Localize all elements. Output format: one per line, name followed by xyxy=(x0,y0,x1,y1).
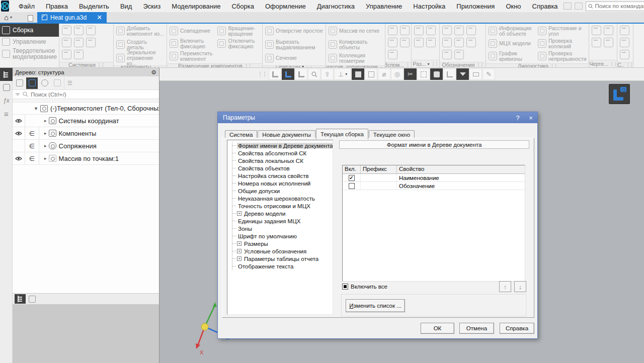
grip-icon[interactable]: ⋮⋮ xyxy=(244,63,251,67)
start-page-button[interactable] xyxy=(25,14,35,23)
menu-modeling[interactable]: Моделирование xyxy=(166,1,226,12)
settings-item-new-versions[interactable]: Номера новых исполнений xyxy=(232,179,333,187)
simple-hole-button[interactable]: Отверстие простое xyxy=(264,25,324,37)
open-doc-icon[interactable] xyxy=(74,26,84,35)
spec-edit-icon[interactable] xyxy=(620,50,629,59)
zoom-fit-button[interactable]: ⇧ xyxy=(321,68,334,80)
geometry-collection-button[interactable]: Коллекция геометрии xyxy=(328,52,383,64)
designation-6-icon[interactable] xyxy=(466,38,476,47)
designation-5-icon[interactable] xyxy=(454,38,464,47)
designation-4-icon[interactable] xyxy=(442,38,452,47)
settings-item-default-font[interactable]: Шрифт по умолчанию xyxy=(232,232,333,240)
chevron-down-icon[interactable]: ▾ xyxy=(427,62,429,66)
viewport[interactable]: ⋮⋮ ⇧ ⊥▾ ø ◎ ✂ ✎ Y xyxy=(159,68,644,363)
menu-file[interactable]: Файл xyxy=(13,1,40,12)
mirror-component-button[interactable]: Зеркальное отражение ко... xyxy=(115,52,165,64)
hide-surfaces-button[interactable]: ◎ xyxy=(391,68,404,80)
tree-view-composition-button[interactable] xyxy=(26,77,38,89)
expand-plus-icon[interactable]: + xyxy=(237,241,242,246)
grip-icon[interactable]: ⋮⋮ xyxy=(431,61,438,66)
zoom-area-button[interactable] xyxy=(308,68,320,80)
footer-tree-tab[interactable] xyxy=(15,294,26,304)
grip-icon[interactable]: ⋮⋮ xyxy=(406,62,411,67)
expand-plus-icon[interactable]: + xyxy=(237,249,242,253)
aux-plane-icon[interactable] xyxy=(388,26,397,35)
shaded-display-button[interactable] xyxy=(352,68,364,80)
mode-solid-modeling[interactable]: Твердотельное моделирование xyxy=(0,47,59,61)
grip-icon[interactable]: ⋮⋮ xyxy=(305,65,312,67)
continuity-check-button[interactable]: Проверка непрерывности xyxy=(537,50,587,62)
wireframe-display-button[interactable] xyxy=(365,68,377,80)
menu-management[interactable]: Управление xyxy=(360,1,408,12)
grip-icon[interactable]: ⋮⋮ xyxy=(550,63,557,67)
filter-objects-button[interactable] xyxy=(456,68,469,80)
new-doc-icon[interactable] xyxy=(62,26,71,35)
settings-item-accuracy[interactable]: Точность отрисовки и МЦХ xyxy=(232,202,333,210)
orientation-custom-button[interactable] xyxy=(295,68,307,80)
undo-icon[interactable] xyxy=(62,50,71,59)
distance-angle-button[interactable]: Расстояние и угол xyxy=(537,25,587,37)
eye-icon[interactable] xyxy=(15,156,22,161)
gear-icon[interactable]: ⚙ xyxy=(151,69,156,76)
tree-search-input[interactable] xyxy=(31,92,156,98)
save-as-icon[interactable] xyxy=(86,38,96,47)
designation-3-icon[interactable] xyxy=(466,26,476,35)
spec-panel-tab[interactable] xyxy=(0,81,13,94)
clip-box-button[interactable] xyxy=(417,68,430,80)
menu-applications[interactable]: Приложения xyxy=(451,1,500,12)
window-layout-icon[interactable] xyxy=(564,3,572,10)
aux-point-icon[interactable] xyxy=(388,38,397,47)
menu-assembly[interactable]: Сборка xyxy=(226,1,260,12)
mode-assembly[interactable]: Сборка xyxy=(0,24,59,37)
dialog-close-button[interactable]: × xyxy=(524,113,537,122)
tree-item-mates[interactable]: ∈ ▸ Сопряжения xyxy=(13,140,159,152)
settings-item-abs-cs[interactable]: Свойства абсолютной СК xyxy=(232,149,333,157)
tree-view-structure-button[interactable] xyxy=(14,77,25,89)
tree-relations-button[interactable] xyxy=(39,77,50,89)
settings-item-local-cs[interactable]: Свойства локальных СК xyxy=(232,157,333,164)
rotation-rotation-button[interactable]: Вращение-вращение xyxy=(216,25,261,37)
layers-panel-tab[interactable]: ≡ xyxy=(0,107,13,120)
settings-item-report-table[interactable]: +Параметры таблицы отчета xyxy=(232,255,333,262)
menu-sketch[interactable]: Эскиз xyxy=(137,1,166,12)
tab-close-icon[interactable]: ✕ xyxy=(97,14,102,21)
menu-drawing[interactable]: Оформление xyxy=(260,1,311,12)
toolbar-grip-icon[interactable]: ⋮⋮ xyxy=(256,68,268,80)
style-pencil-button[interactable]: ✎ xyxy=(482,68,495,80)
help-button[interactable]: Справка xyxy=(500,323,534,334)
partition-2-icon[interactable] xyxy=(426,26,436,35)
grip-icon[interactable]: ⋮⋮ xyxy=(152,65,159,67)
save-icon[interactable] xyxy=(86,26,96,35)
ok-button[interactable]: ОК xyxy=(421,323,454,334)
section-button[interactable]: Сечение xyxy=(264,52,324,64)
tree-item-components[interactable]: ∈ ▸ Компоненты xyxy=(13,127,159,140)
drawing-views-icon[interactable] xyxy=(592,26,601,35)
spec-view-icon[interactable] xyxy=(620,38,629,47)
expand-plus-icon[interactable]: + xyxy=(237,211,242,216)
change-list-button[interactable]: Изменить список ... xyxy=(346,299,405,312)
tree-list-button[interactable]: ☰ xyxy=(64,77,75,89)
settings-item-name-format[interactable]: Формат имени в Дереве документа xyxy=(232,142,333,149)
grip-icon[interactable]: ⋮⋮ xyxy=(610,61,617,66)
table-row[interactable]: Наименование xyxy=(343,174,525,182)
aux-axis-icon[interactable] xyxy=(400,26,410,35)
move-up-button[interactable]: ↑ xyxy=(499,281,511,292)
hide-objects-button[interactable]: ø xyxy=(378,68,390,80)
mass-properties-button[interactable]: МЦХ модели xyxy=(488,37,536,50)
command-search-input[interactable] xyxy=(595,3,644,9)
orientation-isometry-button[interactable] xyxy=(282,68,294,80)
mode-management[interactable]: Управление xyxy=(0,37,59,47)
move-down-button[interactable]: ↓ xyxy=(514,281,526,292)
settings-item-roughness[interactable]: Неуказанная шероховатость xyxy=(232,195,333,202)
filter-icon[interactable] xyxy=(15,93,20,96)
home-button[interactable]: ⌂ ▾ xyxy=(0,12,14,23)
menu-settings[interactable]: Настройка xyxy=(408,1,451,12)
grid-array-button[interactable]: Массив по сетке xyxy=(328,25,383,37)
tab-current-assembly[interactable]: Текущая сборка xyxy=(316,129,368,139)
settings-item-model-tree[interactable]: +Дерево модели xyxy=(232,210,333,217)
expand-collapsed-icon[interactable]: ▸ xyxy=(44,118,47,123)
grip-icon[interactable]: ⋮⋮ xyxy=(626,62,633,67)
dialog-titlebar[interactable]: Параметры ? × xyxy=(218,112,537,123)
settings-item-mass-units[interactable]: Единицы задания МЦХ xyxy=(232,217,333,225)
table-row[interactable]: Обозначение xyxy=(343,182,525,190)
